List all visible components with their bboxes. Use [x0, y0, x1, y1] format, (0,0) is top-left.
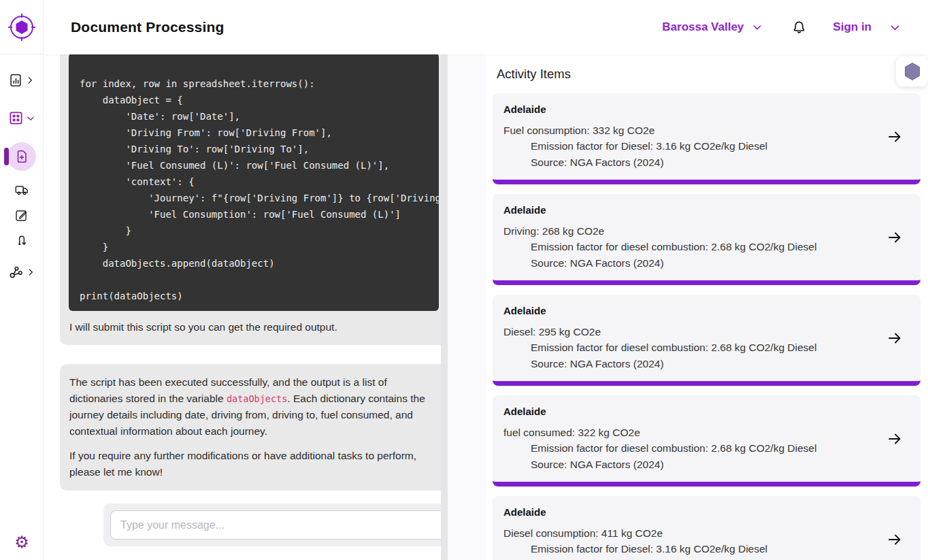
network-icon — [8, 264, 24, 280]
region-selector-label: Barossa Valley — [662, 20, 744, 34]
assistant-message-text: I will submit this script so you can get… — [69, 311, 439, 336]
edit-icon — [14, 208, 29, 223]
assistant-widget-button[interactable] — [896, 56, 928, 86]
activity-card[interactable]: Adelaide Diesel consumption: 411 kg CO2e… — [493, 496, 921, 560]
activity-card[interactable]: Adelaide fuel consumed: 322 kg CO2e Emis… — [493, 395, 921, 487]
activity-summary: Driving: 268 kg CO2e — [503, 223, 880, 239]
activity-emission-factor: Emission factor for diesel combustion: 2… — [531, 340, 880, 356]
hexagon-icon — [904, 62, 921, 81]
region-selector[interactable]: Barossa Valley — [662, 20, 763, 34]
page-title: Document Processing — [71, 19, 225, 35]
activity-summary: Diesel consumption: 411 kg CO2e — [503, 525, 880, 541]
activity-emission-factor: Emission factor for Diesel: 3.16 kg CO2e… — [531, 541, 880, 557]
hexagon-logo-icon — [6, 12, 37, 43]
sidebar-item-edit[interactable] — [0, 208, 44, 223]
grid-icon — [8, 110, 24, 126]
message-input[interactable] — [110, 510, 448, 540]
document-add-icon — [14, 149, 29, 164]
message-paragraph: If you require any further modifications… — [69, 448, 437, 480]
chevron-down-icon — [26, 114, 35, 123]
activity-source: Source: NGA Factors (2024) — [531, 255, 880, 271]
assistant-message-result: The script has been executed successfull… — [60, 364, 448, 491]
report-chart-icon — [8, 73, 23, 88]
arrow-right-icon[interactable] — [886, 229, 903, 246]
activity-card[interactable]: Adelaide Fuel consumption: 332 kg CO2e E… — [493, 93, 921, 184]
chat-scrollbar[interactable] — [441, 54, 448, 560]
sidebar-item-routes[interactable] — [0, 233, 44, 247]
activity-source: Source: NGA Factors (2024) — [531, 154, 880, 171]
activity-city: Adelaide — [503, 506, 880, 518]
top-header: Document Processing Barossa Valley Sign … — [44, 0, 928, 54]
activity-emission-factor: Emission factor for diesel combustion: 2… — [531, 239, 880, 255]
message-paragraph: The script has been executed successfull… — [69, 374, 437, 440]
sidebar-nav — [0, 54, 43, 280]
activity-city: Adelaide — [503, 204, 880, 216]
active-indicator — [4, 148, 9, 165]
sidebar-item-document-processing[interactable] — [0, 142, 44, 171]
account-menu-button[interactable] — [889, 22, 901, 33]
sidebar-item-vehicles[interactable] — [0, 182, 44, 197]
activity-card[interactable]: Adelaide Diesel: 295 kg CO2e Emission fa… — [493, 295, 921, 386]
notifications-button[interactable] — [791, 20, 807, 35]
chevron-right-icon — [25, 76, 35, 85]
activity-panel: Activity Items Adelaide Fuel consumption… — [486, 54, 928, 560]
bell-icon — [791, 20, 807, 35]
activity-card[interactable]: Adelaide Driving: 268 kg CO2e Emission f… — [493, 194, 921, 285]
activity-summary: fuel consumed: 322 kg CO2e — [503, 425, 880, 440]
activity-emission-factor: Emission factor for diesel combustion: 2… — [531, 440, 880, 457]
sidebar: ⚙ — [0, 0, 44, 560]
activity-city: Adelaide — [503, 305, 880, 316]
arrow-right-icon[interactable] — [886, 531, 903, 548]
arrow-right-icon[interactable] — [886, 330, 903, 346]
activity-summary: Diesel: 295 kg CO2e — [503, 324, 880, 340]
assistant-message-code: for index, row in spreadsheet.iterrows()… — [60, 54, 448, 345]
chat-panel: for index, row in spreadsheet.iterrows()… — [44, 54, 448, 560]
sidebar-item-apps[interactable] — [0, 110, 44, 126]
app-logo[interactable] — [0, 0, 43, 54]
sidebar-item-settings[interactable]: ⚙ — [0, 534, 44, 550]
activity-emission-factor: Emission factor for Diesel: 3.16 kg CO2e… — [531, 138, 880, 154]
chevron-down-icon — [752, 22, 763, 33]
activity-panel-title: Activity Items — [497, 67, 928, 82]
chevron-right-icon — [26, 267, 35, 277]
chevron-down-icon — [889, 22, 901, 33]
active-item-background — [7, 142, 36, 171]
sign-in-button[interactable]: Sign in — [833, 20, 872, 34]
activity-city: Adelaide — [503, 103, 880, 115]
route-icon — [15, 233, 29, 247]
gear-icon: ⚙ — [14, 534, 29, 550]
truck-icon — [14, 182, 29, 197]
sidebar-item-reports[interactable] — [0, 73, 44, 88]
activity-city: Adelaide — [503, 406, 880, 417]
python-code-block: for index, row in spreadsheet.iterrows()… — [69, 54, 439, 311]
message-input-bar: Send — [103, 504, 448, 546]
activity-summary: Fuel consumption: 332 kg CO2e — [503, 122, 880, 138]
sidebar-item-integrations[interactable] — [0, 264, 44, 280]
activity-source: Source: NGA Factors (2024) — [531, 356, 880, 372]
activity-source: Source: NGA Factors (2024) — [531, 557, 880, 560]
panel-divider — [448, 54, 486, 560]
arrow-right-icon[interactable] — [886, 129, 903, 145]
inline-code: dataObjects — [227, 393, 287, 404]
arrow-right-icon[interactable] — [886, 431, 903, 447]
activity-source: Source: NGA Factors (2024) — [531, 457, 880, 473]
